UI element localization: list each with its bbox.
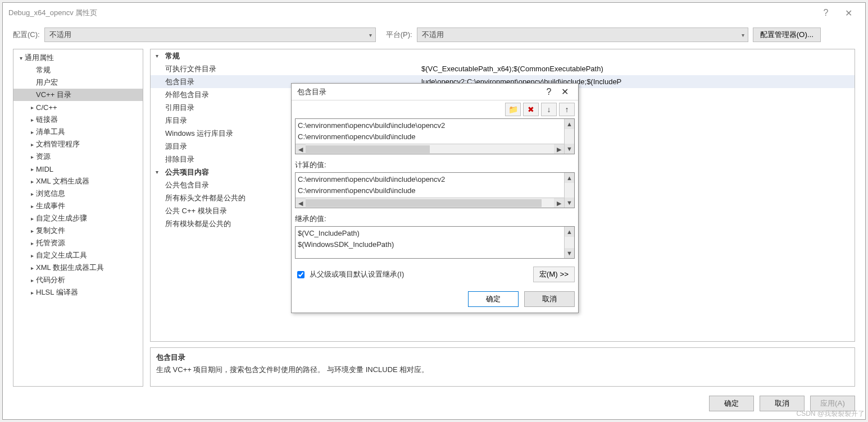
list-item[interactable]: C:\environment\opencv\build\include — [298, 131, 562, 143]
tree-item[interactable]: 用户宏 — [13, 76, 143, 89]
tree-item[interactable]: ▸自定义生成步骤 — [13, 212, 143, 224]
scroll-up-icon[interactable]: ▲ — [565, 173, 574, 183]
scroll-down-icon[interactable]: ▼ — [565, 198, 574, 208]
list-item[interactable]: C:\environment\opencv\build\include — [298, 185, 562, 196]
scroll-down-icon[interactable]: ▼ — [565, 248, 574, 258]
tree-twist-icon[interactable]: ▸ — [28, 141, 36, 148]
tree-item[interactable]: ▸MIDL — [13, 163, 143, 175]
tree-twist-icon[interactable]: ▸ — [28, 129, 36, 135]
tree-twist-icon[interactable]: ▸ — [28, 265, 36, 271]
window-title: Debug_x64_opencv 属性页 — [8, 8, 815, 18]
tree-item[interactable]: 常规 — [13, 64, 143, 76]
edit-listbox[interactable]: C:\environment\opencv\build\include\open… — [295, 118, 575, 154]
tree-item[interactable]: ▸XML 文档生成器 — [13, 175, 143, 187]
tree-item[interactable]: ▸文档管理程序 — [13, 138, 143, 150]
vertical-scrollbar[interactable]: ▲ ▼ — [564, 119, 574, 154]
list-item[interactable]: C:\environment\opencv\build\include\open… — [298, 120, 562, 131]
list-item[interactable]: $(VC_IncludePath) — [298, 228, 562, 239]
apply-button[interactable]: 应用(A) — [810, 396, 855, 411]
tree-item-label: 资源 — [36, 152, 51, 162]
property-name: 可执行文件目录 — [163, 64, 421, 74]
tree-item[interactable]: ▸C/C++ — [13, 101, 143, 113]
vertical-scrollbar[interactable]: ▲ ▼ — [564, 227, 574, 258]
tree-item[interactable]: ▸浏览信息 — [13, 187, 143, 200]
scroll-down-icon[interactable]: ▼ — [565, 144, 574, 154]
tree-item-label: 文档管理程序 — [36, 139, 80, 149]
scroll-up-icon[interactable]: ▲ — [565, 227, 574, 237]
macros-button[interactable]: 宏(M) >> — [533, 267, 575, 282]
delete-button[interactable]: ✖ — [523, 103, 539, 116]
tree-twist-icon[interactable]: ▾ — [17, 55, 25, 61]
tree-item[interactable]: ▸自定义生成工具 — [13, 249, 143, 262]
list-item[interactable]: C:\environment\opencv\build\include\open… — [298, 174, 562, 185]
tree-item[interactable]: ▸托管资源 — [13, 237, 143, 249]
ok-button[interactable]: 确定 — [709, 396, 754, 411]
tree-twist-icon[interactable]: ▸ — [28, 117, 36, 123]
tree-item[interactable]: VC++ 目录 — [13, 89, 143, 101]
chevron-down-icon: ▾ — [369, 32, 372, 38]
tree-twist-icon[interactable]: ▸ — [28, 277, 36, 283]
vertical-scrollbar[interactable]: ▲ ▼ — [564, 173, 574, 208]
tree-item-label: 复制文件 — [36, 226, 65, 236]
tree-item[interactable]: ▸生成事件 — [13, 200, 143, 212]
group-twist-icon[interactable]: ▾ — [151, 169, 163, 175]
tree-twist-icon[interactable]: ▸ — [28, 166, 36, 172]
config-label: 配置(C): — [13, 30, 40, 40]
tree-twist-icon[interactable]: ▸ — [28, 104, 36, 111]
scroll-left-icon[interactable]: ◀ — [296, 144, 306, 154]
arrow-down-icon: ↓ — [547, 105, 551, 114]
move-down-button[interactable]: ↓ — [541, 103, 557, 116]
config-manager-button[interactable]: 配置管理器(O)... — [753, 27, 821, 42]
move-up-button[interactable]: ↑ — [559, 103, 575, 116]
scroll-right-icon[interactable]: ▶ — [554, 144, 564, 154]
new-folder-button[interactable]: 📁 — [505, 103, 521, 116]
tree-item[interactable]: ▸代码分析 — [13, 274, 143, 286]
tree-item[interactable]: ▸链接器 — [13, 113, 143, 126]
tree-item[interactable]: ▸复制文件 — [13, 224, 143, 237]
dialog-ok-button[interactable]: 确定 — [468, 291, 519, 307]
list-item[interactable]: $(WindowsSDK_IncludePath) — [298, 239, 562, 250]
tree-item[interactable]: ▾通用属性 — [13, 52, 143, 64]
folder-icon: 📁 — [508, 105, 518, 114]
horizontal-scrollbar[interactable]: ◀ ▶ — [296, 198, 564, 208]
help-icon[interactable]: ? — [541, 87, 557, 97]
tree-item[interactable]: ▸资源 — [13, 150, 143, 163]
tree-twist-icon[interactable]: ▸ — [28, 240, 36, 246]
tree-item-label: XML 数据生成器工具 — [36, 263, 104, 273]
property-row[interactable]: 可执行文件目录$(VC_ExecutablePath_x64);$(Common… — [151, 62, 855, 75]
tree-twist-icon[interactable]: ▸ — [28, 290, 36, 296]
config-combo[interactable]: 不适用 ▾ — [44, 27, 376, 42]
delete-icon: ✖ — [528, 105, 534, 114]
tree-twist-icon[interactable]: ▸ — [28, 191, 36, 197]
tree-twist-icon[interactable]: ▸ — [28, 215, 36, 222]
scroll-left-icon[interactable]: ◀ — [296, 198, 306, 208]
dialog-cancel-button[interactable]: 取消 — [524, 291, 575, 307]
tree-twist-icon[interactable]: ▸ — [28, 253, 36, 259]
cancel-button[interactable]: 取消 — [760, 396, 805, 411]
close-icon[interactable]: ✕ — [557, 86, 572, 97]
scroll-up-icon[interactable]: ▲ — [565, 119, 574, 129]
tree-item[interactable]: ▸清单工具 — [13, 126, 143, 138]
dialog-button-bar: 确定 取消 — [295, 291, 575, 307]
tree-item[interactable]: ▸XML 数据生成器工具 — [13, 262, 143, 274]
platform-combo[interactable]: 不适用 ▾ — [417, 27, 748, 42]
tree-twist-icon[interactable]: ▸ — [28, 228, 36, 234]
group-twist-icon[interactable]: ▾ — [151, 53, 163, 59]
close-icon[interactable]: ✕ — [837, 8, 860, 19]
dialog-toolbar: 📁 ✖ ↓ ↑ — [292, 100, 578, 118]
help-icon[interactable]: ? — [815, 8, 837, 18]
tree-item-label: 代码分析 — [36, 275, 65, 285]
tree-item-label: 用户宏 — [36, 77, 58, 88]
inherit-checkbox[interactable] — [297, 271, 305, 278]
property-value[interactable]: $(VC_ExecutablePath_x64);$(CommonExecuta… — [421, 65, 855, 73]
calculated-values-label: 计算的值: — [295, 160, 575, 170]
platform-label: 平台(P): — [386, 30, 412, 40]
inherit-checkbox-label[interactable]: 从父级或项目默认设置继承(I) — [295, 269, 533, 280]
nav-tree[interactable]: ▾通用属性常规用户宏VC++ 目录▸C/C++▸链接器▸清单工具▸文档管理程序▸… — [13, 49, 143, 387]
tree-twist-icon[interactable]: ▸ — [28, 178, 36, 185]
tree-twist-icon[interactable]: ▸ — [28, 203, 36, 209]
horizontal-scrollbar[interactable]: ◀ ▶ — [296, 144, 564, 154]
tree-item[interactable]: ▸HLSL 编译器 — [13, 286, 143, 299]
tree-twist-icon[interactable]: ▸ — [28, 154, 36, 160]
scroll-right-icon[interactable]: ▶ — [554, 198, 564, 208]
